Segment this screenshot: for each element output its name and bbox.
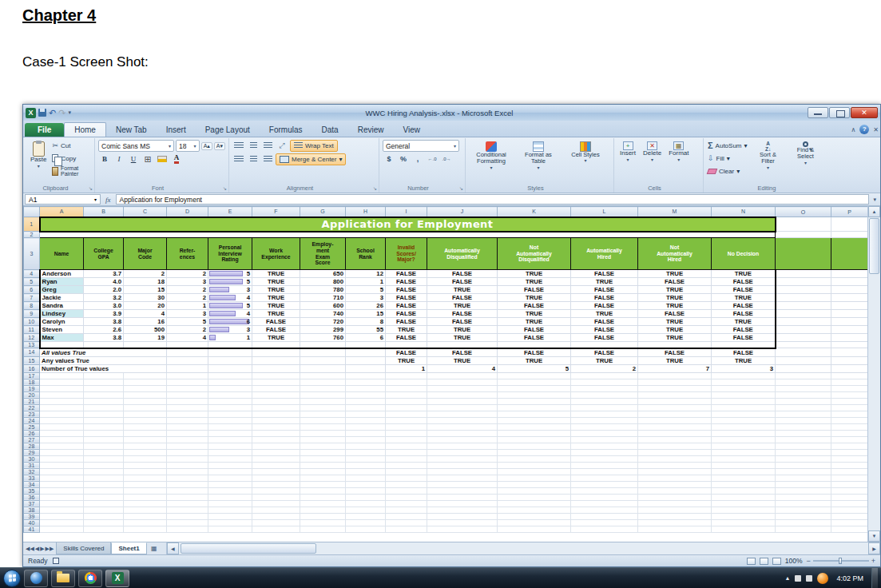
cell[interactable] <box>712 417 776 423</box>
cell[interactable] <box>208 364 252 372</box>
cell[interactable] <box>300 475 346 481</box>
column-header-E[interactable]: E <box>208 207 252 217</box>
cell[interactable]: 3.7 <box>84 270 124 278</box>
decrease-decimal-button[interactable]: .0→ <box>440 153 453 165</box>
cell[interactable] <box>638 417 712 423</box>
cell[interactable] <box>712 342 776 348</box>
column-title-cell[interactable]: Invalid Scores/ Major? <box>386 238 427 270</box>
cell[interactable] <box>776 379 831 385</box>
window-options-icon[interactable]: ✕ <box>873 126 879 133</box>
cell[interactable] <box>167 364 208 372</box>
cell[interactable] <box>498 513 571 519</box>
font-name-select[interactable]: Comic Sans MS ▾ <box>98 140 174 152</box>
cell[interactable] <box>831 443 868 449</box>
cell[interactable] <box>831 278 868 286</box>
cell[interactable] <box>40 342 84 348</box>
cell[interactable]: Anderson <box>40 270 84 278</box>
row-header-20[interactable]: 20 <box>24 391 40 398</box>
cell[interactable] <box>712 385 776 391</box>
cell[interactable] <box>252 487 300 494</box>
row-header-33[interactable]: 33 <box>24 475 40 481</box>
paste-dropdown-icon[interactable]: ▾ <box>38 164 40 169</box>
cell[interactable] <box>831 379 868 385</box>
cell[interactable] <box>252 356 300 364</box>
cell[interactable] <box>712 455 776 462</box>
cell[interactable] <box>84 404 124 411</box>
cell[interactable] <box>346 430 386 436</box>
cell[interactable]: FALSE <box>386 334 427 342</box>
volume-icon[interactable] <box>806 575 812 582</box>
cell[interactable] <box>776 404 831 411</box>
cell[interactable] <box>84 507 124 513</box>
show-desktop-button[interactable] <box>871 568 878 588</box>
cell[interactable] <box>571 468 638 475</box>
cell[interactable] <box>346 379 386 385</box>
cell[interactable] <box>498 468 571 475</box>
cell[interactable] <box>124 372 167 379</box>
cell[interactable] <box>831 462 868 468</box>
row-header-11[interactable]: 11 <box>24 326 40 334</box>
cell[interactable]: 2 <box>167 326 208 334</box>
cell[interactable] <box>40 372 84 379</box>
cell[interactable] <box>167 462 208 468</box>
row-header-6[interactable]: 6 <box>24 286 40 294</box>
cell[interactable]: TRUE <box>427 302 498 310</box>
cell[interactable] <box>386 423 427 430</box>
cell[interactable]: TRUE <box>498 310 571 318</box>
cell[interactable] <box>40 513 84 519</box>
cell[interactable] <box>84 475 124 481</box>
cell[interactable]: FALSE <box>427 270 498 278</box>
cell[interactable] <box>386 372 427 379</box>
cell[interactable] <box>638 513 712 519</box>
summary-label[interactable]: All values True <box>40 348 167 357</box>
cell[interactable]: TRUE <box>498 270 571 278</box>
row-header-7[interactable]: 7 <box>24 294 40 302</box>
cell[interactable] <box>300 430 346 436</box>
cell[interactable] <box>776 326 831 334</box>
cell[interactable] <box>300 494 346 500</box>
cell[interactable]: 3.2 <box>84 294 124 302</box>
cell[interactable] <box>831 526 868 532</box>
cell[interactable] <box>638 481 712 487</box>
cell[interactable] <box>167 417 208 423</box>
cell[interactable] <box>571 423 638 430</box>
cell[interactable] <box>167 385 208 391</box>
cell[interactable] <box>498 411 571 417</box>
sheet-tab-sheet1[interactable]: Sheet1 <box>111 542 146 554</box>
cell[interactable] <box>776 238 831 270</box>
cell[interactable]: TRUE <box>252 302 300 310</box>
cell[interactable] <box>776 310 831 318</box>
column-title-cell[interactable]: No Decision <box>712 238 776 270</box>
cell[interactable] <box>712 443 776 449</box>
cell[interactable] <box>776 217 831 232</box>
cell[interactable] <box>386 417 427 423</box>
cell[interactable] <box>167 519 208 526</box>
cell[interactable] <box>84 372 124 379</box>
cell[interactable] <box>252 398 300 404</box>
cell[interactable] <box>84 468 124 475</box>
cell[interactable]: 720 <box>300 318 346 326</box>
cell[interactable] <box>498 398 571 404</box>
cell[interactable] <box>427 404 498 411</box>
zoom-level[interactable]: 100% <box>785 557 803 565</box>
cell[interactable] <box>571 391 638 398</box>
cell[interactable] <box>300 356 346 364</box>
row-header-15[interactable]: 15 <box>24 356 40 364</box>
cell[interactable] <box>638 398 712 404</box>
cell[interactable] <box>712 513 776 519</box>
cell[interactable]: 19 <box>124 334 167 342</box>
cell[interactable] <box>831 500 868 507</box>
cell[interactable]: TRUE <box>252 294 300 302</box>
cell[interactable] <box>498 455 571 462</box>
cell[interactable] <box>167 507 208 513</box>
cell[interactable] <box>831 232 868 238</box>
cell[interactable]: TRUE <box>638 318 712 326</box>
cell[interactable] <box>124 411 167 417</box>
cell[interactable] <box>776 294 831 302</box>
cell[interactable] <box>386 494 427 500</box>
cell[interactable] <box>638 379 712 385</box>
cell[interactable] <box>571 443 638 449</box>
cell[interactable]: FALSE <box>571 326 638 334</box>
cell[interactable] <box>712 462 776 468</box>
cell[interactable] <box>831 475 868 481</box>
